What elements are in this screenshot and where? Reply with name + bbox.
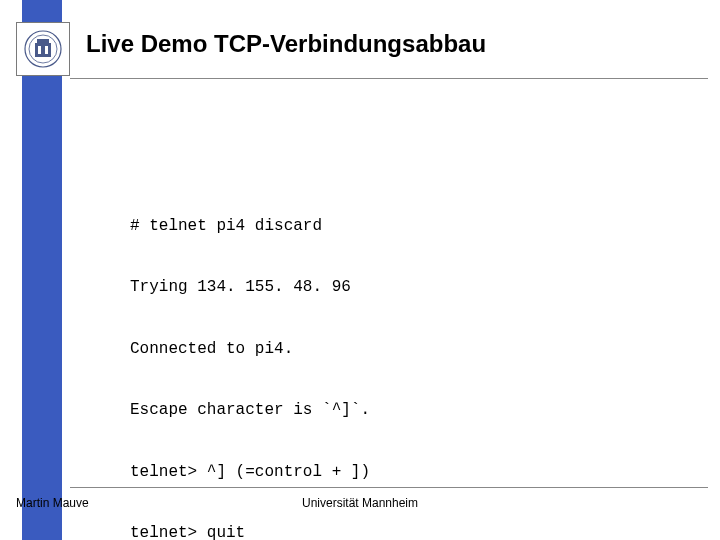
code-line: telnet> ^] (=control + ]) bbox=[130, 462, 370, 482]
footer-institution: Universität Mannheim bbox=[0, 496, 720, 510]
title-divider bbox=[70, 78, 708, 79]
code-line: Connected to pi4. bbox=[130, 339, 370, 359]
accent-bar-main bbox=[22, 76, 62, 540]
svg-rect-4 bbox=[38, 46, 41, 54]
svg-rect-5 bbox=[45, 46, 48, 54]
slide: Live Demo TCP-Verbindungsabbau # telnet … bbox=[0, 0, 720, 540]
code-line: Trying 134. 155. 48. 96 bbox=[130, 277, 370, 297]
code-line: Escape character is `^]`. bbox=[130, 400, 370, 420]
university-seal-icon bbox=[16, 22, 70, 76]
footer-divider bbox=[70, 487, 708, 488]
code-line: # telnet pi4 discard bbox=[130, 216, 370, 236]
svg-rect-3 bbox=[37, 39, 49, 44]
terminal-output: # telnet pi4 discard Trying 134. 155. 48… bbox=[130, 175, 370, 540]
slide-title: Live Demo TCP-Verbindungsabbau bbox=[86, 30, 486, 58]
svg-rect-2 bbox=[35, 43, 51, 57]
code-line: telnet> quit bbox=[130, 523, 370, 540]
accent-bar-top bbox=[22, 0, 62, 22]
